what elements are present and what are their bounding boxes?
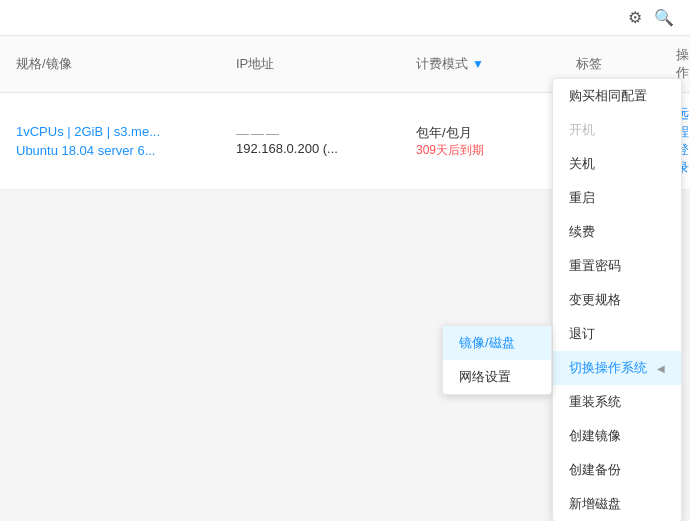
dropdown-item-unsubscribe[interactable]: 退订 xyxy=(553,317,681,351)
dropdown-item-switch-os[interactable]: 切换操作系统 ◀ xyxy=(553,351,681,385)
header-action: 操作 xyxy=(676,46,689,82)
dropdown-item-renew[interactable]: 续费 xyxy=(553,215,681,249)
dropdown-item-reboot[interactable]: 重启 xyxy=(553,181,681,215)
search-icon[interactable]: 🔍 xyxy=(654,8,674,27)
dropdown-item-power-off[interactable]: 关机 xyxy=(553,147,681,181)
instance-name-cell: 1vCPUs | 2GiB | s3.me... Ubuntu 18.04 se… xyxy=(16,122,236,161)
subdropdown-item-network-settings[interactable]: 网络设置 xyxy=(443,360,551,394)
submenu-arrow-icon: ◀ xyxy=(657,363,665,374)
header-billing[interactable]: 计费模式 ▼ xyxy=(416,46,576,82)
dropdown-item-reinstall[interactable]: 重装系统 xyxy=(553,385,681,419)
dropdown-item-create-image[interactable]: 创建镜像 xyxy=(553,419,681,453)
dropdown-item-new-disk[interactable]: 新增磁盘 xyxy=(553,487,681,521)
sub-dropdown: 镜像/磁盘 网络设置 xyxy=(442,325,552,395)
header-ip: IP地址 xyxy=(236,46,416,82)
settings-icon[interactable]: ⚙ xyxy=(628,8,642,27)
main-dropdown: 购买相同配置 开机 关机 重启 续费 重置密码 变更规格 退订 切换操作系统 ◀… xyxy=(552,78,682,521)
header-instance: 规格/镜像 xyxy=(16,46,236,82)
dropdown-item-change-spec[interactable]: 变更规格 xyxy=(553,283,681,317)
ip-visible: 192.168.0.200 (... xyxy=(236,141,416,156)
ip-hidden: ——— xyxy=(236,126,281,141)
filter-icon[interactable]: ▼ xyxy=(472,57,484,71)
top-bar: ⚙ 🔍 xyxy=(0,0,690,36)
dropdown-item-power-on[interactable]: 开机 xyxy=(553,113,681,147)
dropdown-item-buy-same[interactable]: 购买相同配置 xyxy=(553,79,681,113)
ip-cell: ——— 192.168.0.200 (... xyxy=(236,126,416,156)
instance-name-line1[interactable]: 1vCPUs | 2GiB | s3.me... xyxy=(16,124,160,139)
dropdown-item-create-backup[interactable]: 创建备份 xyxy=(553,453,681,487)
instance-name-line2[interactable]: Ubuntu 18.04 server 6... xyxy=(16,143,155,158)
dropdown-item-reset-password[interactable]: 重置密码 xyxy=(553,249,681,283)
header-tags: 标签 xyxy=(576,46,676,82)
subdropdown-item-image-disk[interactable]: 镜像/磁盘 xyxy=(443,326,551,360)
